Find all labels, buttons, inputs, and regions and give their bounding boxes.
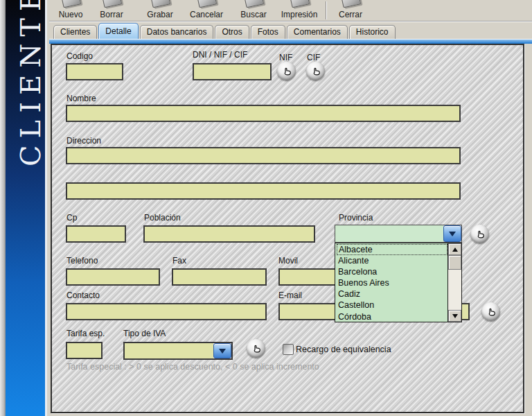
email-action-button[interactable] xyxy=(481,302,500,321)
chevron-down-icon xyxy=(219,349,226,354)
window-left-border xyxy=(0,0,6,416)
tab-strip: Clientes Detalle Datos bancarios Otros F… xyxy=(49,22,532,39)
cp-input[interactable] xyxy=(66,225,126,243)
provincia-combobox[interactable] xyxy=(335,225,462,243)
cancelar-button[interactable]: Cancelar xyxy=(183,0,230,21)
nuevo-button[interactable]: Nuevo xyxy=(51,0,90,21)
chevron-down-icon xyxy=(449,232,456,236)
list-item-cordoba[interactable]: Córdoba xyxy=(337,311,447,322)
list-item-alicante[interactable]: Alicante xyxy=(337,255,447,266)
borrar-button[interactable]: Borrar xyxy=(91,0,132,21)
impresion-button-label: Impresión xyxy=(277,10,321,19)
hand-icon xyxy=(475,229,486,240)
email-label: E-mail xyxy=(278,291,302,300)
close-icon xyxy=(340,0,361,8)
scroll-down-button[interactable] xyxy=(448,310,461,322)
search-icon xyxy=(243,0,264,8)
tab-page-accent-strip xyxy=(49,39,532,44)
save-icon xyxy=(150,0,170,8)
list-item-albacete[interactable]: Albacete xyxy=(337,244,447,255)
nuevo-button-label: Nuevo xyxy=(51,10,90,19)
direccion-input-2[interactable] xyxy=(66,182,461,200)
vertical-title-banner: CLIENTES xyxy=(6,0,47,416)
delete-icon xyxy=(101,0,122,8)
tab-detalle[interactable]: Detalle xyxy=(98,23,138,39)
tab-otros[interactable]: Otros xyxy=(215,25,249,39)
poblacion-label: Población xyxy=(144,213,181,223)
movil-label: Movil xyxy=(278,256,298,266)
borrar-button-label: Borrar xyxy=(91,10,132,19)
cif-label: CIF xyxy=(307,53,320,62)
provincia-combobox-value xyxy=(335,225,443,242)
list-item-buenos-aires[interactable]: Buenos Aires xyxy=(337,277,447,288)
dni-nif-cif-input[interactable] xyxy=(193,63,272,80)
scrollbar-track[interactable] xyxy=(448,270,461,310)
cif-lookup-button[interactable] xyxy=(306,62,325,80)
poblacion-input[interactable] xyxy=(143,225,315,243)
tipo-de-iva-dropdown-button[interactable] xyxy=(213,343,231,358)
hand-icon xyxy=(310,66,321,77)
list-item-barcelona[interactable]: Barcelona xyxy=(337,266,447,277)
direccion-input-1[interactable] xyxy=(66,147,461,164)
tab-fotos[interactable]: Fotos xyxy=(251,25,285,39)
recargo-equivalencia-label: Recargo de equivalencia xyxy=(296,345,391,354)
app-title-vertical: CLIENTES xyxy=(15,0,46,166)
tipo-de-iva-label: Tipo de IVA xyxy=(123,329,166,338)
detalle-form-panel: Codigo DNI / NIF / CIF NIF CIF Nombre Di… xyxy=(51,44,524,413)
cerrar-button[interactable]: Cerrar xyxy=(330,0,371,21)
toolbar: Nuevo Borrar Grabar Cancelar Buscar Impr… xyxy=(49,0,532,21)
tab-datos-bancarios[interactable]: Datos bancarios xyxy=(140,25,214,39)
tarifa-especial-note: Tarifa especial : > 0 se aplica descuent… xyxy=(66,362,319,372)
nombre-input[interactable] xyxy=(66,105,461,122)
provincia-dropdown-list: Albacete Alicante Barcelona Buenos Aires… xyxy=(335,243,462,322)
nif-lookup-button[interactable] xyxy=(277,62,296,80)
scrollbar-thumb[interactable] xyxy=(448,255,461,270)
hand-icon xyxy=(281,66,292,77)
provincia-label: Provincia xyxy=(339,213,373,223)
direccion-label: Direccion xyxy=(66,136,101,146)
provincia-dropdown-items: Albacete Alicante Barcelona Buenos Aires… xyxy=(335,243,447,322)
contacto-label: Contacto xyxy=(66,291,100,300)
cp-label: Cp xyxy=(66,213,77,223)
cerrar-button-label: Cerrar xyxy=(330,10,371,19)
nombre-label: Nombre xyxy=(66,94,96,103)
provincia-lookup-button[interactable] xyxy=(470,225,489,243)
tab-historico[interactable]: Historico xyxy=(349,25,396,39)
toolbar-separator xyxy=(326,1,327,19)
dni-nif-cif-label: DNI / NIF / CIF xyxy=(193,50,247,60)
telefono-input[interactable] xyxy=(66,268,160,286)
iva-lookup-button[interactable] xyxy=(247,339,265,358)
tarifa-esp-label: Tarifa esp. xyxy=(66,329,105,338)
tab-clientes[interactable]: Clientes xyxy=(53,25,97,39)
codigo-input[interactable] xyxy=(66,63,123,80)
tipo-de-iva-combobox[interactable] xyxy=(123,342,233,360)
recargo-equivalencia-checkbox[interactable] xyxy=(283,344,294,355)
buscar-button[interactable]: Buscar xyxy=(234,0,273,21)
arrow-down-icon xyxy=(452,314,458,318)
nif-label: NIF xyxy=(279,53,292,62)
list-item-castellon[interactable]: Castellon xyxy=(337,300,447,311)
tarifa-esp-input[interactable] xyxy=(66,342,103,359)
scroll-up-button[interactable] xyxy=(448,243,461,255)
hand-icon xyxy=(251,343,262,354)
list-item-cadiz[interactable]: Cadiz xyxy=(337,288,447,300)
fax-label: Fax xyxy=(172,256,186,266)
cancelar-button-label: Cancelar xyxy=(183,10,230,19)
grabar-button[interactable]: Grabar xyxy=(137,0,183,21)
tab-comentarios[interactable]: Comentarios xyxy=(287,25,348,39)
buscar-button-label: Buscar xyxy=(234,10,273,19)
telefono-label: Telefono xyxy=(66,256,98,266)
cancel-icon xyxy=(196,0,217,8)
codigo-label: Codigo xyxy=(66,51,93,61)
printer-icon xyxy=(289,0,310,8)
tipo-de-iva-combobox-value xyxy=(125,343,213,358)
clientes-app-window: { "window": { "vertical_title": "CLIENTE… xyxy=(0,0,532,416)
grabar-button-label: Grabar xyxy=(137,10,183,19)
fax-input[interactable] xyxy=(172,268,267,286)
impresion-button[interactable]: Impresión xyxy=(277,0,321,21)
hand-icon xyxy=(486,306,497,318)
dropdown-scrollbar[interactable] xyxy=(447,243,461,322)
provincia-dropdown-button[interactable] xyxy=(443,225,461,242)
contacto-input[interactable] xyxy=(66,303,267,320)
new-document-icon xyxy=(60,0,81,8)
